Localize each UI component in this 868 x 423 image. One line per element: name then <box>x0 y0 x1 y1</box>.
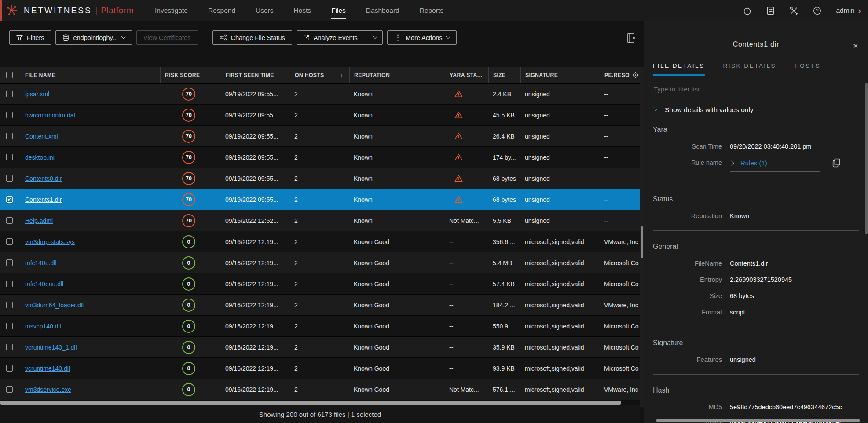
file-name-link[interactable]: Contents0.dir <box>25 175 62 182</box>
nav-item-investigate[interactable]: Investigate <box>155 7 188 15</box>
column-risk-score[interactable]: RISK SCORE <box>160 67 221 83</box>
tools-icon[interactable] <box>789 6 798 15</box>
file-name-link[interactable]: vcruntime140_1.dll <box>25 344 77 351</box>
column-first-seen-time[interactable]: FIRST SEEN TIME <box>221 67 290 83</box>
table-row[interactable]: desktop.ini 70 09/19/2022 09:55... 2 Kno… <box>0 147 640 168</box>
table-row[interactable]: Help.adml 70 09/16/2022 12:52... 2 Known… <box>0 210 640 231</box>
table-row[interactable]: vm3dmp-stats.sys 0 09/16/2022 12:19... 2… <box>0 231 640 252</box>
section-title: Yara <box>653 126 859 134</box>
view-certificates-button[interactable]: View Certificates <box>136 30 198 45</box>
nav-item-hosts[interactable]: Hosts <box>294 7 311 15</box>
table-row[interactable]: vcruntime140.dll 0 09/16/2022 12:19... 2… <box>0 358 640 379</box>
table-row[interactable]: hwrcommonlm.dat 70 09/19/2022 09:55... 2… <box>0 105 640 126</box>
table-row[interactable]: Contents1.dir 70 09/19/2022 09:55... 2 K… <box>0 189 640 210</box>
analyze-events-dropdown[interactable] <box>368 30 382 45</box>
table-row[interactable]: msvcp140.dll 0 09/16/2022 12:19... 2 Kno… <box>0 316 640 337</box>
row-checkbox[interactable] <box>6 133 13 139</box>
row-checkbox[interactable] <box>6 91 13 97</box>
column-yara-status[interactable]: YARA STA... <box>445 67 488 83</box>
row-checkbox[interactable] <box>6 302 13 308</box>
file-name-link[interactable]: mfc140enu.dll <box>25 281 63 288</box>
first-seen-time-cell: 09/16/2022 12:52... <box>221 210 290 231</box>
service-selector[interactable]: endpointloghy... <box>55 30 132 45</box>
row-checkbox[interactable] <box>6 323 13 329</box>
analyze-events-button[interactable]: Analyze Events <box>297 30 383 45</box>
file-name-link[interactable]: vcruntime140.dll <box>25 365 70 372</box>
close-icon[interactable]: ✕ <box>853 42 858 50</box>
detail-row: FileName Contents1.dir <box>653 260 859 267</box>
file-name-link[interactable]: hwrcommonlm.dat <box>25 112 75 119</box>
table-horizontal-scrollbar[interactable] <box>0 400 640 405</box>
column-settings-gear-icon[interactable]: ⚙ <box>632 70 639 80</box>
nav-item-files[interactable]: Files <box>331 7 346 15</box>
select-all-checkbox[interactable] <box>6 72 13 78</box>
rules-link[interactable]: Rules (1) <box>740 159 767 167</box>
row-checkbox[interactable] <box>6 386 13 393</box>
show-values-only-toggle[interactable]: Show details with values only <box>653 106 859 114</box>
values-only-checkbox[interactable] <box>653 107 659 113</box>
jobs-icon[interactable] <box>766 6 775 15</box>
rules-expander[interactable]: Rules (1) <box>730 159 820 172</box>
table-row[interactable]: Contents0.dir 70 09/19/2022 09:55... 2 K… <box>0 168 640 189</box>
file-name-link[interactable]: mfc140u.dll <box>25 259 57 266</box>
file-name-link[interactable]: desktop.ini <box>25 154 55 161</box>
row-checkbox[interactable] <box>6 112 13 118</box>
file-name-link[interactable]: vm3dum64_loader.dll <box>25 302 84 309</box>
table-row[interactable]: mfc140u.dll 0 09/16/2022 12:19... 2 Know… <box>0 252 640 273</box>
signature-cell: microsoft,signed,valid <box>520 316 600 336</box>
file-name-link[interactable]: Contents1.dir <box>25 196 62 203</box>
tab-risk-details[interactable]: RISK DETAILS <box>723 62 776 76</box>
row-checkbox[interactable] <box>6 344 13 350</box>
panel-vertical-scrollbar[interactable] <box>865 83 868 234</box>
column-size[interactable]: SIZE <box>488 67 520 83</box>
more-actions-button[interactable]: ⋮ More Actions <box>387 30 457 45</box>
file-name-link[interactable]: vm3dservice.exe <box>25 386 71 393</box>
file-name-link[interactable]: vm3dmp-stats.sys <box>25 238 75 245</box>
nav-item-reports[interactable]: Reports <box>420 7 443 15</box>
row-checkbox[interactable] <box>6 175 13 182</box>
column-on-hosts[interactable]: ON HOSTS ↓ <box>290 67 349 83</box>
row-checkbox[interactable] <box>6 259 13 266</box>
row-checkbox[interactable] <box>6 365 13 372</box>
row-checkbox[interactable] <box>6 154 13 160</box>
filter-list-input[interactable] <box>653 83 859 97</box>
filters-button[interactable]: Filters <box>9 30 51 45</box>
size-cell: 35.9 KB <box>488 337 520 357</box>
reputation-cell: Known Good <box>349 231 445 252</box>
brand[interactable]: NETWITNESS | Platform <box>6 4 134 17</box>
file-name-link[interactable]: Content.xml <box>25 133 58 140</box>
notebook-icon[interactable] <box>626 33 635 44</box>
change-file-status-button[interactable]: Change File Status <box>212 30 292 45</box>
table-row[interactable]: vcruntime140_1.dll 0 09/16/2022 12:19...… <box>0 337 640 358</box>
copy-icon[interactable] <box>832 158 841 168</box>
file-name-link[interactable]: msvcp140.dll <box>25 323 61 330</box>
table-row[interactable]: vm3dum64_loader.dll 0 09/16/2022 12:19..… <box>0 295 640 316</box>
tab-hosts[interactable]: HOSTS <box>795 62 820 76</box>
file-name-link[interactable]: ipsar.xml <box>25 91 49 98</box>
row-checkbox[interactable] <box>6 238 13 245</box>
nav-menu: InvestigateRespondUsersHostsFilesDashboa… <box>155 7 443 15</box>
file-name-link[interactable]: Help.adml <box>25 217 53 224</box>
column-pe-resources[interactable]: PE.RESO ⚙ <box>600 67 640 83</box>
risk-score-badge: 70 <box>182 151 195 164</box>
timer-icon[interactable] <box>743 6 752 15</box>
row-checkbox[interactable] <box>6 217 13 224</box>
panel-horizontal-scrollbar[interactable] <box>656 419 860 422</box>
nav-item-respond[interactable]: Respond <box>208 7 235 15</box>
row-checkbox[interactable] <box>6 196 13 203</box>
nav-item-users[interactable]: Users <box>256 7 273 15</box>
tab-file-details[interactable]: FILE DETAILS <box>653 62 705 76</box>
nav-item-dashboard[interactable]: Dashboard <box>366 7 399 15</box>
column-file-name[interactable]: FILE NAME <box>19 67 160 83</box>
table-vertical-scrollbar[interactable] <box>640 67 644 407</box>
table-row[interactable]: Content.xml 70 09/19/2022 09:55... 2 Kno… <box>0 126 640 147</box>
table-row[interactable]: vm3dservice.exe 0 09/16/2022 12:19... 2 … <box>0 379 640 400</box>
table-row[interactable]: ipsar.xml 70 09/19/2022 09:55... 2 Known… <box>0 84 640 105</box>
row-checkbox[interactable] <box>6 281 13 287</box>
column-reputation[interactable]: REPUTATION <box>349 67 445 83</box>
help-icon[interactable]: ? <box>813 6 822 15</box>
reputation-cell: Known <box>349 126 445 146</box>
table-row[interactable]: mfc140enu.dll 0 09/16/2022 12:19... 2 Kn… <box>0 273 640 295</box>
column-signature[interactable]: SIGNATURE <box>520 67 600 83</box>
user-menu[interactable]: admin › <box>836 7 861 15</box>
